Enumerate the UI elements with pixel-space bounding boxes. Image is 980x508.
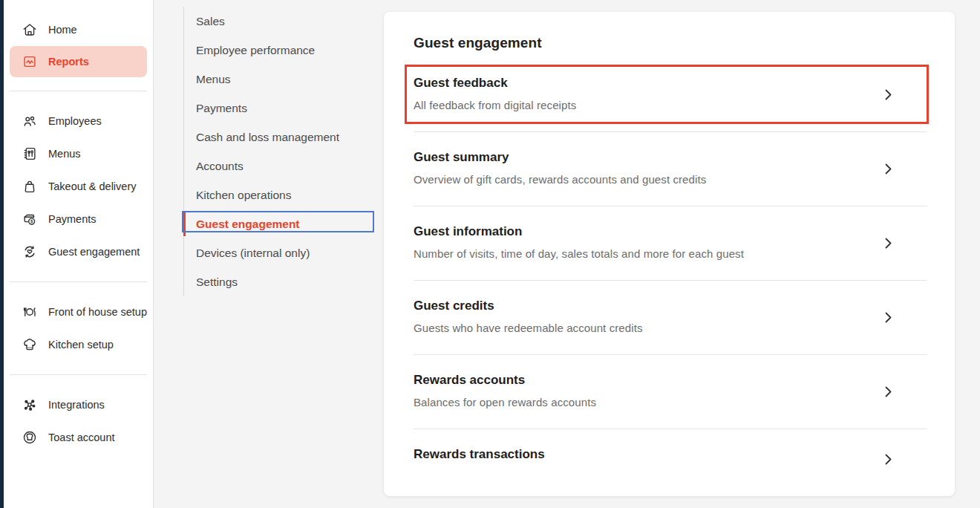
- report-row-guest-information[interactable]: Guest information Number of visits, time…: [414, 206, 927, 281]
- sidebar-item-menus[interactable]: Menus: [4, 137, 153, 170]
- guest-engagement-icon: [22, 244, 38, 260]
- report-row-title: Rewards accounts: [414, 373, 927, 388]
- sidebar-item-label: Home: [48, 24, 77, 36]
- kitchen-setup-icon: [22, 336, 38, 353]
- subnav-item-label: Guest engagement: [196, 218, 300, 231]
- reports-subnav: Sales Employee performance Menus Payment…: [183, 7, 378, 296]
- sidebar: Home Reports Employees: [4, 0, 154, 508]
- sidebar-item-label: Menus: [48, 148, 81, 160]
- subnav-item-label: Employee performance: [196, 44, 315, 57]
- sidebar-item-label: Integrations: [48, 399, 105, 411]
- sidebar-item-label: Kitchen setup: [48, 339, 114, 351]
- subnav-item-cash-and-loss-management[interactable]: Cash and loss management: [184, 123, 378, 152]
- menus-icon: [22, 146, 38, 162]
- report-row-subtitle: Number of visits, time of day, sales tot…: [414, 247, 927, 260]
- subnav-item-label: Accounts: [196, 160, 244, 173]
- report-row-rewards-accounts[interactable]: Rewards accounts Balances for open rewar…: [414, 355, 927, 429]
- subnav-item-settings[interactable]: Settings: [184, 267, 378, 296]
- sidebar-divider: [10, 374, 147, 375]
- report-row-title: Rewards transactions: [414, 447, 927, 462]
- sidebar-item-kitchen-setup[interactable]: Kitchen setup: [4, 328, 153, 361]
- report-row-guest-summary[interactable]: Guest summary Overview of gift cards, re…: [414, 132, 927, 206]
- subnav-item-label: Sales: [196, 15, 225, 28]
- sidebar-item-reports[interactable]: Reports: [10, 46, 147, 77]
- guest-engagement-panel: Guest engagement Guest feedback All feed…: [384, 12, 955, 496]
- chevron-right-icon: [885, 163, 892, 175]
- sidebar-divider: [10, 91, 147, 91]
- subnav-item-devices-internal-only[interactable]: Devices (internal only): [184, 238, 378, 267]
- home-icon: [22, 22, 38, 38]
- reports-icon: [22, 53, 38, 70]
- subnav-item-payments[interactable]: Payments: [184, 94, 378, 123]
- sidebar-item-label: Guest engagement: [48, 246, 140, 258]
- report-row-subtitle: Balances for open rewards accounts: [414, 396, 927, 408]
- report-row-subtitle: Overview of gift cards, rewards accounts…: [414, 173, 927, 186]
- chevron-right-icon: [885, 454, 892, 465]
- integrations-icon: [22, 397, 38, 413]
- subnav-item-sales[interactable]: Sales: [184, 7, 378, 36]
- subnav-item-label: Menus: [196, 73, 231, 86]
- app-window: Home Reports Employees: [0, 0, 980, 508]
- sidebar-item-label: Reports: [48, 56, 89, 68]
- subnav-item-menus[interactable]: Menus: [184, 65, 378, 94]
- active-indicator: [183, 212, 186, 236]
- subnav-item-kitchen-operations[interactable]: Kitchen operations: [184, 180, 378, 209]
- subnav-item-accounts[interactable]: Accounts: [184, 152, 378, 180]
- chevron-right-icon: [885, 312, 892, 323]
- front-of-house-icon: [22, 304, 38, 320]
- payments-icon: $: [22, 211, 38, 227]
- sidebar-item-payments[interactable]: $ Payments: [4, 203, 153, 235]
- report-row-title: Guest information: [414, 224, 927, 239]
- sidebar-item-toast-account[interactable]: Toast account: [4, 421, 153, 454]
- sidebar-item-home[interactable]: Home: [4, 13, 153, 46]
- sidebar-item-label: Takeout & delivery: [48, 180, 136, 192]
- chevron-right-icon: [885, 386, 892, 397]
- chevron-right-icon: [885, 89, 892, 100]
- takeout-bag-icon: [22, 178, 38, 195]
- svg-text:$: $: [30, 219, 33, 224]
- toast-account-icon: [22, 429, 38, 446]
- employees-icon: [22, 113, 38, 129]
- sidebar-item-label: Front of house setup: [48, 306, 147, 318]
- sidebar-item-label: Employees: [48, 115, 102, 127]
- sidebar-item-label: Toast account: [48, 432, 114, 443]
- subnav-item-label: Kitchen operations: [196, 189, 291, 202]
- sidebar-item-takeout-delivery[interactable]: Takeout & delivery: [4, 170, 153, 203]
- subnav-item-employee-performance[interactable]: Employee performance: [184, 36, 378, 65]
- sidebar-item-integrations[interactable]: Integrations: [4, 388, 153, 421]
- sidebar-item-guest-engagement[interactable]: Guest engagement: [4, 235, 153, 268]
- chevron-right-icon: [885, 238, 892, 249]
- report-row-title: Guest feedback: [414, 76, 927, 91]
- sidebar-item-label: Payments: [48, 213, 96, 225]
- report-row-title: Guest credits: [414, 299, 927, 313]
- subnav-item-label: Cash and loss management: [196, 131, 339, 144]
- report-row-guest-feedback[interactable]: Guest feedback All feedback from digital…: [414, 65, 927, 132]
- subnav-item-guest-engagement[interactable]: Guest engagement: [184, 209, 378, 238]
- sidebar-divider: [10, 281, 147, 282]
- subnav-item-label: Payments: [196, 102, 247, 115]
- sidebar-item-employees[interactable]: Employees: [4, 105, 153, 137]
- report-row-rewards-transactions[interactable]: Rewards transactions: [414, 429, 927, 496]
- subnav-item-label: Devices (internal only): [196, 247, 310, 260]
- sidebar-item-front-of-house-setup[interactable]: Front of house setup: [4, 296, 153, 328]
- page-title: Guest engagement: [414, 12, 927, 65]
- subnav-item-label: Settings: [196, 276, 238, 289]
- report-row-guest-credits[interactable]: Guest credits Guests who have redeemable…: [414, 281, 927, 355]
- report-row-title: Guest summary: [414, 150, 927, 165]
- report-row-subtitle: Guests who have redeemable account credi…: [414, 322, 927, 334]
- report-row-subtitle: All feedback from digital receipts: [414, 99, 927, 111]
